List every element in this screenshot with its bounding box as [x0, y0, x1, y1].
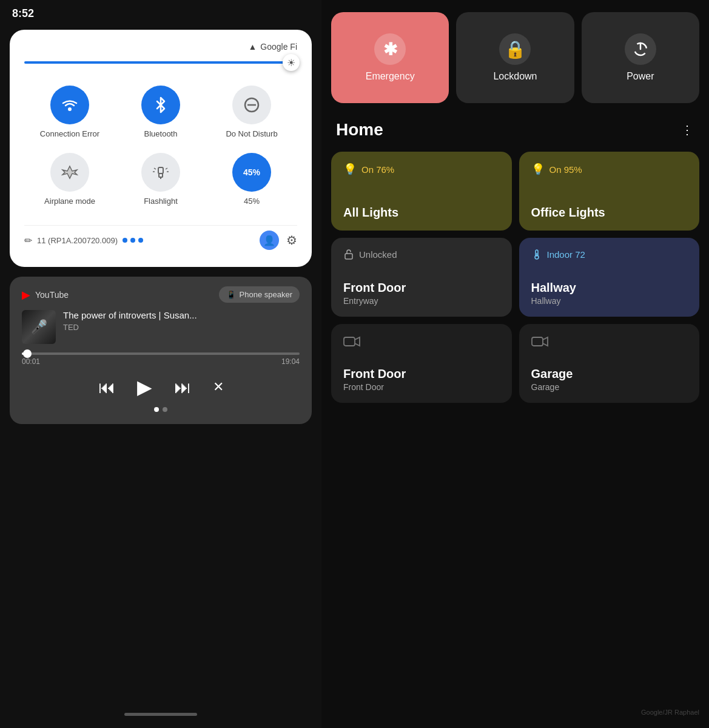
- play-button[interactable]: ▶: [137, 376, 152, 399]
- media-app-name: YouTube: [35, 290, 69, 300]
- all-lights-status: On 76%: [361, 164, 394, 175]
- card-top: 💡 On 95%: [531, 163, 688, 176]
- toggle-battery[interactable]: 45% 45%: [206, 146, 297, 213]
- card-top: 💡 On 76%: [343, 163, 500, 176]
- battery-percent: 45%: [244, 197, 260, 206]
- prev-button[interactable]: ⏮: [98, 377, 115, 397]
- card-front-door-lock[interactable]: Unlocked Front Door Entryway: [331, 238, 512, 317]
- thumbnail-image: 🎤: [22, 310, 56, 344]
- home-header: Home ⋮: [331, 120, 699, 140]
- flashlight-label: Flashlight: [144, 197, 178, 206]
- front-door-status: Unlocked: [359, 249, 397, 260]
- media-card: ▶ YouTube 📱 Phone speaker 🎤 The power of…: [10, 277, 312, 424]
- svg-line-7: [166, 168, 167, 169]
- toggle-airplane[interactable]: Airplane mode: [24, 146, 115, 213]
- hallway-subtitle: Hallway: [531, 296, 688, 306]
- svg-rect-12: [345, 254, 352, 259]
- sun-icon: ☀: [287, 57, 295, 69]
- front-door-cam-title: Front Door: [343, 367, 500, 381]
- total-time: 19:04: [281, 357, 300, 366]
- brightness-thumb[interactable]: ☀: [283, 54, 300, 71]
- progress-thumb[interactable]: [23, 349, 32, 358]
- thermometer-icon: [531, 249, 542, 260]
- card-front-door-cam[interactable]: Front Door Front Door: [331, 324, 512, 403]
- camera-icon: [343, 335, 360, 348]
- close-button[interactable]: ✕: [213, 379, 224, 395]
- lockdown-button[interactable]: 🔒 Lockdown: [456, 12, 574, 103]
- carrier-text: Google Fi: [260, 42, 297, 52]
- bluetooth-circle[interactable]: [141, 86, 180, 124]
- emergency-label: Emergency: [366, 71, 415, 82]
- media-app: ▶ YouTube: [22, 288, 69, 302]
- media-controls: ⏮ ▶ ⏭ ✕: [22, 376, 300, 399]
- edit-icon[interactable]: ✏: [24, 235, 32, 246]
- lockdown-icon: 🔒: [505, 39, 526, 59]
- time-row: 00:01 19:04: [22, 357, 300, 366]
- emergency-icon-bg: ✱: [374, 33, 406, 65]
- svg-rect-3: [158, 167, 163, 174]
- all-lights-title: All Lights: [343, 206, 500, 220]
- svg-rect-4: [159, 174, 163, 177]
- dnd-circle[interactable]: [232, 86, 271, 124]
- more-button[interactable]: ⋮: [681, 123, 694, 137]
- edit-left: ✏ 11 (RP1A.200720.009): [24, 235, 143, 246]
- toggle-bluetooth[interactable]: Bluetooth: [115, 78, 206, 146]
- page-dot-1: [154, 407, 159, 412]
- battery-circle[interactable]: 45%: [232, 153, 271, 192]
- flashlight-circle[interactable]: [141, 153, 180, 192]
- lockdown-icon-bg: 🔒: [499, 33, 531, 65]
- card-garage[interactable]: Garage Garage: [519, 324, 700, 403]
- phone-icon: 📱: [226, 290, 236, 299]
- wifi-circle[interactable]: [50, 86, 89, 124]
- svg-rect-17: [532, 337, 543, 346]
- dot-2: [130, 238, 135, 243]
- carrier-row: ▲ Google Fi: [24, 42, 297, 52]
- right-panel: ✱ Emergency 🔒 Lockdown Power Home ⋮: [321, 0, 709, 728]
- card-top: Unlocked: [343, 249, 500, 260]
- power-button[interactable]: Power: [582, 12, 699, 103]
- toggle-grid: Connection Error Bluetooth: [24, 78, 297, 213]
- media-artist: TED: [63, 323, 197, 332]
- light-icon: 💡: [531, 163, 545, 176]
- quick-settings-card: ▲ Google Fi ☀ Conne: [10, 30, 312, 267]
- brightness-slider[interactable]: ☀: [24, 61, 297, 64]
- airplane-label: Airplane mode: [44, 197, 95, 206]
- svg-rect-16: [344, 337, 355, 346]
- progress-track[interactable]: [22, 352, 300, 355]
- bottom-nav-bar: [124, 713, 197, 716]
- speaker-button[interactable]: 📱 Phone speaker: [219, 286, 300, 303]
- media-title: The power of introverts | Susan...: [63, 310, 197, 320]
- speaker-label: Phone speaker: [240, 290, 292, 299]
- office-lights-title: Office Lights: [531, 206, 688, 220]
- front-door-cam-subtitle: Front Door: [343, 382, 500, 392]
- card-top: Indoor 72: [531, 249, 688, 260]
- garage-title: Garage: [531, 367, 688, 381]
- toggle-dnd[interactable]: Do Not Disturb: [206, 78, 297, 146]
- left-panel: 8:52 ▲ Google Fi ☀: [0, 0, 321, 728]
- garage-subtitle: Garage: [531, 382, 688, 392]
- bluetooth-label: Bluetooth: [144, 129, 178, 138]
- card-all-lights[interactable]: 💡 On 76% All Lights: [331, 152, 512, 231]
- progress-bar-container[interactable]: [22, 352, 300, 355]
- next-button[interactable]: ⏭: [174, 377, 191, 397]
- media-header: ▶ YouTube 📱 Phone speaker: [22, 286, 300, 303]
- card-office-lights[interactable]: 💡 On 95% Office Lights: [519, 152, 700, 231]
- camera-icon-2: [531, 335, 548, 348]
- power-icon-bg: [625, 33, 656, 65]
- front-door-title: Front Door: [343, 281, 500, 295]
- watermark: Google/JR Raphael: [331, 696, 699, 716]
- lockdown-label: Lockdown: [493, 71, 537, 82]
- toggle-wifi[interactable]: Connection Error: [24, 78, 115, 146]
- user-avatar[interactable]: 👤: [260, 231, 279, 250]
- settings-button[interactable]: ⚙: [286, 233, 297, 248]
- toggle-flashlight[interactable]: Flashlight: [115, 146, 206, 213]
- svg-line-6: [154, 168, 156, 169]
- card-hallway[interactable]: Indoor 72 Hallway Hallway: [519, 238, 700, 317]
- emergency-button[interactable]: ✱ Emergency: [331, 12, 449, 103]
- signal-icon: ▲: [248, 42, 257, 52]
- airplane-circle[interactable]: [50, 153, 89, 192]
- unlock-icon: [343, 249, 354, 260]
- wifi-label: Connection Error: [40, 129, 99, 138]
- brightness-row[interactable]: ☀: [24, 61, 297, 64]
- media-text: The power of introverts | Susan... TED: [63, 310, 197, 344]
